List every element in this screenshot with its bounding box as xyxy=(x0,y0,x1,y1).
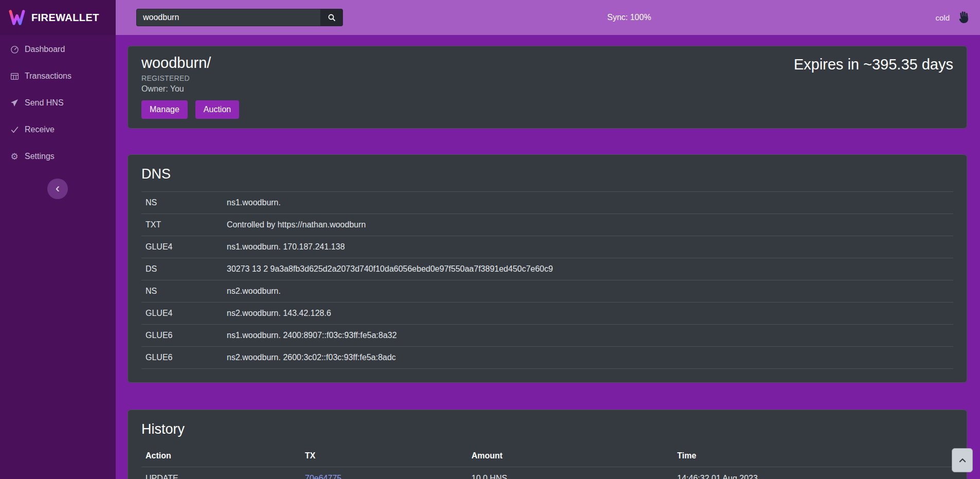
dns-record-value: ns1.woodburn. 2400:8907::f03c:93ff:fe5a:… xyxy=(223,325,953,347)
dns-record-type: GLUE6 xyxy=(141,325,223,347)
dns-record-row: GLUE6 ns2.woodburn. 2600:3c02::f03c:93ff… xyxy=(141,347,953,369)
sidebar-item-label: Receive xyxy=(25,125,55,134)
dns-record-type: NS xyxy=(141,192,223,214)
gear-icon: ⚙ xyxy=(10,152,19,161)
domain-name: woodburn/ xyxy=(141,55,239,72)
speedometer-icon xyxy=(10,45,19,54)
dns-record-row: NS ns2.woodburn. xyxy=(141,280,953,303)
hand-icon[interactable] xyxy=(953,9,973,26)
search-group xyxy=(136,9,343,26)
dns-record-type: GLUE6 xyxy=(141,347,223,369)
history-column-header: TX xyxy=(301,447,467,467)
sync-status: Sync: 100% xyxy=(607,13,651,22)
sidebar-item-label: Send HNS xyxy=(25,98,64,108)
sidebar-item-dashboard[interactable]: Dashboard xyxy=(0,36,116,63)
domain-actions: Manage Auction xyxy=(141,100,239,119)
dns-record-row: TXT Controlled by https://nathan.woodbur… xyxy=(141,214,953,236)
dns-record-type: GLUE4 xyxy=(141,303,223,325)
sidebar: FIREWALLET Dashboard Transactions xyxy=(0,0,116,479)
history-column-header: Time xyxy=(673,447,953,467)
search-icon xyxy=(328,13,336,22)
dns-record-row: GLUE6 ns1.woodburn. 2400:8907::f03c:93ff… xyxy=(141,325,953,347)
scroll-to-top-button[interactable] xyxy=(952,448,973,472)
main-column: Sync: 100% cold woodburn/ REGISTERED Own… xyxy=(116,0,980,479)
sidebar-item-label: Transactions xyxy=(25,72,71,81)
dns-record-type: TXT xyxy=(141,214,223,236)
page-content: woodburn/ REGISTERED Owner: You Manage A… xyxy=(116,35,980,479)
dns-record-value: ns1.woodburn. xyxy=(223,192,953,214)
sidebar-item-settings[interactable]: ⚙ Settings xyxy=(0,143,116,170)
chevron-up-icon xyxy=(958,456,967,465)
sidebar-item-transactions[interactable]: Transactions xyxy=(0,63,116,90)
history-table: Action TX Amount Time xyxy=(141,447,953,479)
dns-record-row: GLUE4 ns2.woodburn. 143.42.128.6 xyxy=(141,303,953,325)
dns-record-value: ns1.woodburn. 170.187.241.138 xyxy=(223,236,953,258)
send-icon xyxy=(10,98,19,108)
receive-icon xyxy=(10,125,19,134)
domain-card: woodburn/ REGISTERED Owner: You Manage A… xyxy=(128,46,967,129)
domain-owner: Owner: You xyxy=(141,84,239,94)
wallet-status: cold xyxy=(935,10,972,25)
dns-record-value: ns2.woodburn. 143.42.128.6 xyxy=(223,303,953,325)
sidebar-item-send-hns[interactable]: Send HNS xyxy=(0,90,116,116)
dns-record-row: DS 30273 13 2 9a3a8fb3d625d2a2073d740f10… xyxy=(141,258,953,280)
app-root: FIREWALLET Dashboard Transactions xyxy=(0,0,980,479)
search-input[interactable] xyxy=(136,9,320,26)
domain-expiry: Expires in ~395.35 days xyxy=(794,56,953,73)
sidebar-menu: Dashboard Transactions Send HNS xyxy=(0,36,116,170)
dns-table: NS ns1.woodburn. TXT Controlled by https… xyxy=(141,191,953,369)
domain-status: REGISTERED xyxy=(141,74,239,82)
history-row: UPDATE 70e64775... 10.0 HNS 14:46:32 01 … xyxy=(141,467,953,479)
dns-record-value: ns2.woodburn. 2600:3c02::f03c:93ff:fe5a:… xyxy=(223,347,953,369)
auction-button[interactable]: Auction xyxy=(195,100,239,119)
firewallet-logo-icon xyxy=(8,9,26,26)
history-time: 14:46:32 01 Aug 2023 xyxy=(673,467,953,479)
history-column-header: Action xyxy=(141,447,301,467)
sidebar-item-receive[interactable]: Receive xyxy=(0,116,116,143)
dns-record-type: GLUE4 xyxy=(141,236,223,258)
dns-record-value: 30273 13 2 9a3a8fb3d625d2a2073d740f10da6… xyxy=(223,258,953,280)
dns-record-value: ns2.woodburn. xyxy=(223,280,953,303)
brand[interactable]: FIREWALLET xyxy=(0,0,116,35)
history-header-row: Action TX Amount Time xyxy=(141,447,953,467)
sidebar-collapse-button[interactable]: ‹ xyxy=(47,179,68,199)
history-tx-link[interactable]: 70e64775... xyxy=(305,474,349,479)
history-action: UPDATE xyxy=(141,467,301,479)
dns-record-row: GLUE4 ns1.woodburn. 170.187.241.138 xyxy=(141,236,953,258)
dns-title: DNS xyxy=(141,166,953,182)
history-column-header: Amount xyxy=(467,447,673,467)
domain-card-left: woodburn/ REGISTERED Owner: You Manage A… xyxy=(141,55,239,119)
dns-record-type: DS xyxy=(141,258,223,280)
dns-card: DNS NS ns1.woodburn. TXT Controlle xyxy=(128,154,967,383)
manage-button[interactable]: Manage xyxy=(141,100,188,119)
brand-name: FIREWALLET xyxy=(31,12,99,24)
sidebar-item-label: Settings xyxy=(25,152,55,161)
dns-record-row: NS ns1.woodburn. xyxy=(141,192,953,214)
dns-record-value: Controlled by https://nathan.woodburn xyxy=(223,214,953,236)
wallet-mode-label: cold xyxy=(935,13,950,22)
topbar: Sync: 100% cold xyxy=(116,0,980,35)
table-icon xyxy=(10,72,19,81)
sidebar-item-label: Dashboard xyxy=(25,45,65,54)
search-button[interactable] xyxy=(320,9,343,26)
history-card: History Action TX Amount xyxy=(128,410,967,479)
history-amount: 10.0 HNS xyxy=(467,467,673,479)
history-title: History xyxy=(141,421,953,437)
chevron-left-icon: ‹ xyxy=(56,182,60,194)
dns-record-type: NS xyxy=(141,280,223,303)
